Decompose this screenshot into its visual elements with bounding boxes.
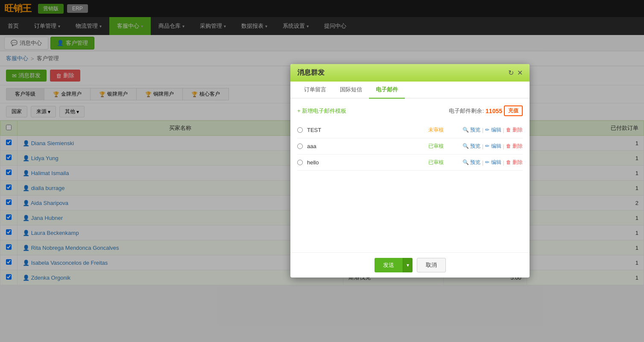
template-row: TEST 未审核 🔍 预览 | ✏ 编辑 | 🗑 删除 (297, 122, 523, 138)
template-name: TEST (307, 127, 428, 133)
balance-number: 11055 (486, 108, 502, 114)
template-name: aaa (307, 143, 428, 149)
delete-template-link[interactable]: 🗑 删除 (506, 159, 523, 166)
refresh-icon: ↻ (508, 69, 514, 76)
template-list: TEST 未审核 🔍 预览 | ✏ 编辑 | 🗑 删除 aaa 已审核 🔍 预览… (297, 122, 523, 171)
send-dropdown-button[interactable]: ▾ (403, 258, 413, 272)
preview-link[interactable]: 🔍 预览 (463, 143, 480, 150)
send-button-group: 发送 ▾ (375, 258, 413, 272)
template-status: 未审核 (428, 126, 463, 134)
delete-template-link[interactable]: 🗑 删除 (506, 143, 523, 150)
template-radio-0[interactable] (297, 127, 303, 133)
template-status: 已审核 (428, 159, 463, 166)
close-icon: ✕ (517, 69, 523, 76)
email-balance: 电子邮件剩余: 11055 充值 (449, 105, 523, 116)
send-button[interactable]: 发送 (375, 258, 403, 272)
template-name: hello (307, 159, 428, 166)
template-radio-1[interactable] (297, 143, 303, 149)
modal-header-icons: ↻ ✕ (508, 69, 523, 77)
delete-template-link[interactable]: 🗑 删除 (506, 126, 523, 134)
modal-close-button[interactable]: ✕ (517, 69, 523, 77)
modal-body: + 新增电子邮件模板 电子邮件剩余: 11055 充值 TEST 未审核 🔍 预… (290, 99, 530, 252)
modal-tab-intl-sms[interactable]: 国际短信 (333, 82, 369, 99)
modal-header: 消息群发 ↻ ✕ (290, 64, 530, 82)
modal-overlay[interactable]: 消息群发 ↻ ✕ 订单留言 国际短信 电子邮件 + 新增电子邮件模板 电子邮件剩… (0, 0, 644, 342)
template-status: 已审核 (428, 143, 463, 150)
modal-refresh-button[interactable]: ↻ (508, 69, 514, 77)
modal-tab-order-msg[interactable]: 订单留言 (297, 82, 333, 99)
modal-tab-email[interactable]: 电子邮件 (369, 82, 405, 99)
preview-link[interactable]: 🔍 预览 (463, 126, 480, 134)
template-radio-2[interactable] (297, 160, 303, 165)
template-actions: 🔍 预览 | ✏ 编辑 | 🗑 删除 (463, 159, 523, 166)
preview-link[interactable]: 🔍 预览 (463, 159, 480, 166)
modal-footer: 发送 ▾ 取消 (290, 252, 530, 278)
add-template-button[interactable]: + 新增电子邮件模板 (297, 107, 346, 115)
template-actions: 🔍 预览 | ✏ 编辑 | 🗑 删除 (463, 143, 523, 150)
modal-tabs: 订单留言 国际短信 电子邮件 (290, 82, 530, 99)
modal-mass-send: 消息群发 ↻ ✕ 订单留言 国际短信 电子邮件 + 新增电子邮件模板 电子邮件剩… (290, 64, 530, 278)
modal-toolbar: + 新增电子邮件模板 电子邮件剩余: 11055 充值 (297, 105, 523, 116)
edit-link[interactable]: ✏ 编辑 (485, 159, 501, 166)
modal-title: 消息群发 (297, 68, 325, 77)
cancel-button[interactable]: 取消 (417, 258, 446, 272)
recharge-button[interactable]: 充值 (504, 105, 523, 116)
template-row: aaa 已审核 🔍 预览 | ✏ 编辑 | 🗑 删除 (297, 138, 523, 155)
edit-link[interactable]: ✏ 编辑 (485, 143, 501, 150)
edit-link[interactable]: ✏ 编辑 (485, 126, 501, 134)
template-actions: 🔍 预览 | ✏ 编辑 | 🗑 删除 (463, 126, 523, 134)
template-row: hello 已审核 🔍 预览 | ✏ 编辑 | 🗑 删除 (297, 155, 523, 171)
